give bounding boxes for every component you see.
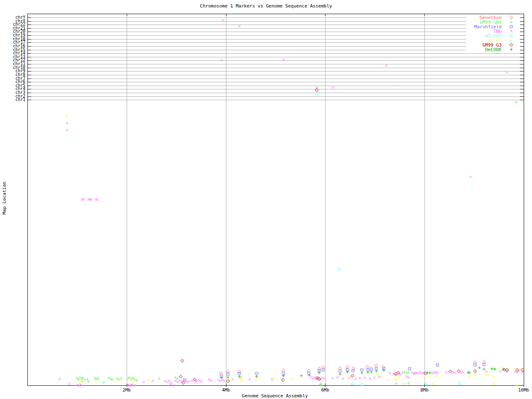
data-point-genethon — [338, 367, 342, 370]
data-point-tng — [152, 379, 154, 382]
data-point-tng — [462, 371, 464, 374]
data-point-marshfield — [256, 372, 258, 375]
data-point-tng — [164, 380, 166, 382]
y-axis-label: Map Location — [2, 165, 7, 232]
data-point-gm99-gb4 — [120, 377, 123, 380]
data-point-gm99-g3 — [281, 378, 285, 382]
data-point-marshfield — [375, 367, 377, 370]
data-point-decode — [478, 367, 481, 369]
data-point-marshfield — [183, 379, 186, 381]
data-point-genethon — [382, 365, 385, 369]
data-point-wi-rh — [76, 380, 79, 383]
data-point-gm99-gb4 — [66, 122, 69, 125]
data-point-genethon — [282, 369, 285, 372]
data-point-genethon — [346, 365, 349, 369]
data-point-wi-rh — [117, 379, 120, 382]
data-point-wi-rh — [376, 373, 379, 376]
data-point-tng — [222, 19, 224, 21]
data-point-wi-rh — [493, 382, 496, 385]
data-point-decode — [220, 377, 223, 379]
data-point-tng — [369, 377, 372, 380]
data-point-decode — [227, 376, 229, 379]
data-point-tng — [271, 378, 273, 381]
data-point-genethon — [219, 372, 223, 375]
data-point-gm99-g3 — [448, 370, 452, 373]
data-point-wi-rh — [402, 382, 405, 385]
data-point-tng — [354, 378, 357, 380]
data-point-tng — [332, 86, 335, 89]
data-point-tng — [499, 370, 502, 373]
data-point-gm99-gb4 — [515, 101, 518, 104]
data-point-wi-rh — [395, 378, 398, 381]
data-point-wi-rh — [431, 382, 434, 385]
data-point-tng — [373, 377, 376, 379]
data-point-gm99-gb4 — [79, 376, 81, 379]
data-point-wi-rh — [424, 375, 426, 378]
data-point-marshfield — [339, 370, 341, 372]
data-point-marshfield — [282, 372, 285, 374]
data-point-tng — [385, 64, 387, 67]
data-point-wi-yac — [424, 382, 427, 385]
data-point-gm99-gb4 — [107, 377, 110, 379]
data-point-decode — [429, 372, 431, 374]
data-point-decode — [375, 370, 378, 373]
data-point-wi-rh — [493, 376, 495, 379]
data-point-wi-rh — [147, 379, 150, 382]
data-point-marshfield — [361, 369, 363, 371]
data-point-tng — [336, 376, 339, 379]
data-point-gm99-gb4 — [102, 381, 105, 384]
data-point-tng — [238, 25, 241, 27]
data-point-marshfield — [352, 369, 354, 372]
plot-frame — [28, 14, 524, 386]
data-point-tng — [485, 370, 488, 373]
data-point-gm99-gb4 — [395, 382, 398, 385]
x-axis-label: Genome Sequence Assembly — [26, 394, 524, 398]
data-point-gm99-gb4 — [133, 378, 136, 381]
data-point-decode — [300, 374, 303, 377]
data-point-gm99-gb4 — [111, 378, 114, 381]
data-point-wi-rh — [79, 381, 82, 384]
data-point-wi-rh — [66, 115, 69, 118]
data-point-decode — [483, 368, 485, 371]
data-point-marshfield — [436, 364, 438, 366]
data-point-tng — [389, 372, 391, 374]
data-point-gm99-gb4 — [109, 378, 112, 381]
data-point-decode — [370, 371, 373, 374]
data-point-gm99-g3 — [473, 369, 477, 373]
data-point-tng — [445, 371, 448, 374]
data-point-gm99-g3 — [181, 359, 184, 362]
data-point-wi-rh — [380, 376, 383, 379]
data-point-wi-rh — [132, 380, 135, 383]
data-point-tng — [359, 377, 361, 379]
data-point-gm99-g3 — [457, 369, 461, 373]
data-point-tng — [177, 381, 179, 383]
data-point-tng — [96, 198, 99, 201]
data-point-decode — [255, 375, 258, 378]
data-point-tng — [453, 372, 456, 374]
data-point-wi-rh — [273, 377, 276, 380]
data-point-tng — [82, 198, 85, 201]
data-point-wi-rh — [291, 377, 293, 380]
chr-label-chr1: chr1 — [0, 98, 25, 102]
data-point-tng — [174, 379, 177, 382]
data-point-gm99-gb4 — [407, 382, 410, 385]
data-point-tng — [249, 378, 251, 381]
data-point-wi-rh — [486, 374, 489, 377]
data-point-gm99-gb4 — [135, 379, 138, 382]
data-point-decode — [367, 371, 369, 374]
data-point-gm99-gb4 — [81, 377, 84, 379]
data-point-wi-rh — [254, 378, 257, 381]
data-point-wi-rh — [514, 367, 517, 370]
data-point-genethon — [374, 364, 378, 367]
data-point-decode — [382, 369, 385, 372]
data-point-gm99-g3 — [179, 375, 182, 378]
data-point-gm99-gb4 — [94, 377, 96, 380]
data-point-wi-rh — [435, 375, 438, 378]
data-point-wi-rh — [398, 375, 401, 378]
legend-marker-wi-rh — [510, 39, 513, 42]
data-point-wi-yac — [351, 382, 354, 385]
data-point-tng — [232, 378, 234, 381]
data-point-tng — [142, 381, 145, 383]
data-point-decode — [282, 374, 285, 377]
data-point-decode — [467, 371, 470, 374]
